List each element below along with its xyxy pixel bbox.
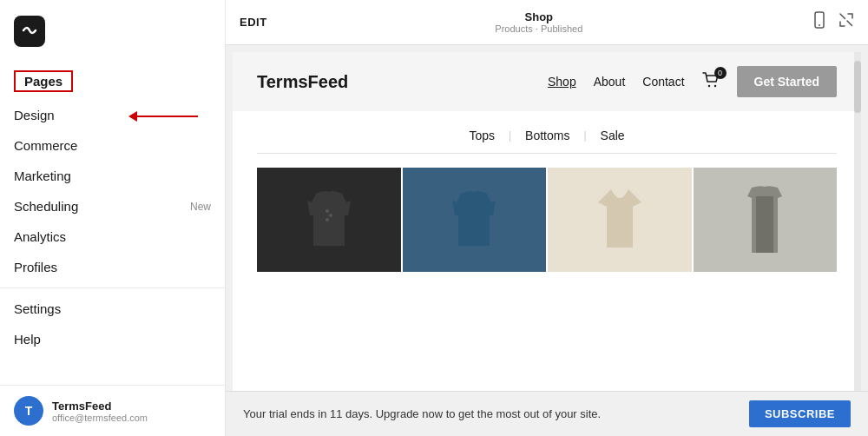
top-bar-center: Shop Products · Published xyxy=(495,10,582,34)
sidebar-footer[interactable]: T TermsFeed office@termsfeed.com xyxy=(0,385,225,436)
help-label: Help xyxy=(14,332,41,347)
nav-contact[interactable]: Contact xyxy=(642,75,684,89)
profiles-label: Profiles xyxy=(14,260,57,274)
new-badge: New xyxy=(190,201,211,213)
sidebar-logo-area xyxy=(0,0,225,59)
footer-email: office@termsfeed.com xyxy=(52,413,148,423)
product-card[interactable] xyxy=(257,168,401,272)
top-bar-right xyxy=(811,11,854,33)
sidebar-item-help[interactable]: Help xyxy=(0,324,225,354)
trial-bar: Your trial ends in 11 days. Upgrade now … xyxy=(226,391,868,436)
products-grid xyxy=(233,154,861,286)
logo-icon[interactable] xyxy=(14,16,45,47)
sidebar-item-marketing[interactable]: Marketing xyxy=(0,161,225,191)
filter-sep-1: | xyxy=(509,129,511,142)
filter-bottoms[interactable]: Bottoms xyxy=(525,129,569,142)
cart-icon[interactable]: 0 xyxy=(702,72,720,91)
scroll-track xyxy=(854,52,861,429)
annotation-arrow xyxy=(128,111,198,122)
avatar: T xyxy=(14,396,43,426)
sidebar-nav: Pages Design Commerce Marketing Scheduli… xyxy=(0,59,225,385)
svg-point-2 xyxy=(707,85,709,87)
product-image-2 xyxy=(403,168,547,272)
shop-title: Shop xyxy=(525,10,554,23)
shop-subtitle: Products · Published xyxy=(495,23,582,34)
product-card[interactable] xyxy=(403,168,547,272)
edit-label: EDIT xyxy=(240,16,267,29)
arrow-head xyxy=(128,111,137,122)
sidebar-item-analytics[interactable]: Analytics xyxy=(0,221,225,252)
analytics-label: Analytics xyxy=(14,229,66,244)
main-area: EDIT Shop Products · Published Te xyxy=(226,0,868,436)
svg-point-4 xyxy=(326,209,329,213)
sidebar-item-settings[interactable]: Settings xyxy=(0,294,225,324)
marketing-label: Marketing xyxy=(14,168,71,183)
expand-icon[interactable] xyxy=(838,12,854,32)
product-image-1 xyxy=(257,168,401,272)
svg-point-6 xyxy=(326,218,329,221)
product-image-3 xyxy=(548,168,692,272)
top-bar: EDIT Shop Products · Published xyxy=(226,0,868,45)
scroll-thumb[interactable] xyxy=(854,61,861,113)
filter-tops[interactable]: Tops xyxy=(469,129,495,142)
site-nav: TermsFeed Shop About Contact 0 Get Start… xyxy=(233,52,861,111)
nav-about[interactable]: About xyxy=(594,75,626,89)
svg-point-1 xyxy=(819,24,820,26)
nav-shop[interactable]: Shop xyxy=(548,75,576,89)
settings-label: Settings xyxy=(14,301,61,316)
sidebar: Pages Design Commerce Marketing Scheduli… xyxy=(0,0,226,436)
filter-bar: Tops | Bottoms | Sale xyxy=(233,111,861,153)
sidebar-divider xyxy=(0,287,225,288)
scheduling-label: Scheduling xyxy=(14,199,78,214)
mobile-preview-icon[interactable] xyxy=(811,11,828,33)
footer-name: TermsFeed xyxy=(52,400,148,413)
preview-wrapper: TermsFeed Shop About Contact 0 Get Start… xyxy=(226,45,868,436)
svg-point-5 xyxy=(329,214,332,217)
footer-info: TermsFeed office@termsfeed.com xyxy=(52,400,148,423)
get-started-button[interactable]: Get Started xyxy=(737,66,837,97)
svg-point-3 xyxy=(713,85,715,87)
sidebar-item-scheduling[interactable]: Scheduling New xyxy=(0,191,225,221)
site-menu: Shop About Contact 0 Get Started xyxy=(548,66,837,97)
subscribe-button[interactable]: SUBSCRIBE xyxy=(749,400,851,427)
product-image-4 xyxy=(694,168,838,272)
squarespace-logo xyxy=(20,21,39,43)
trial-message: Your trial ends in 11 days. Upgrade now … xyxy=(243,407,601,420)
sidebar-item-commerce[interactable]: Commerce xyxy=(0,130,225,161)
product-card[interactable] xyxy=(548,168,692,272)
sidebar-item-profiles[interactable]: Profiles xyxy=(0,252,225,282)
sidebar-item-pages[interactable]: Pages xyxy=(0,63,225,100)
preview-frame: TermsFeed Shop About Contact 0 Get Start… xyxy=(233,52,861,429)
product-card[interactable] xyxy=(694,168,838,272)
filter-sep-2: | xyxy=(583,129,586,142)
filter-sale[interactable]: Sale xyxy=(601,129,625,142)
pages-label: Pages xyxy=(14,70,73,92)
cart-badge: 0 xyxy=(714,67,727,79)
commerce-label: Commerce xyxy=(14,138,77,153)
site-logo: TermsFeed xyxy=(257,72,348,92)
avatar-initial: T xyxy=(25,404,33,418)
design-label: Design xyxy=(14,108,55,122)
arrow-line xyxy=(137,116,198,117)
